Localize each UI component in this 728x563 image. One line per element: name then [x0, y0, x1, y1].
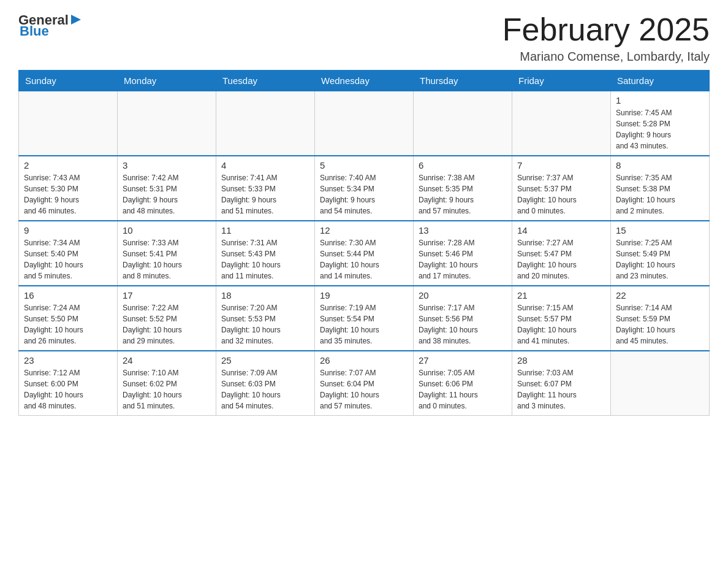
day-info: Sunrise: 7:25 AM Sunset: 5:49 PM Dayligh… — [616, 237, 704, 282]
calendar-day-cell — [315, 91, 414, 156]
calendar-day-cell: 9Sunrise: 7:34 AM Sunset: 5:40 PM Daylig… — [19, 221, 118, 286]
day-number: 26 — [320, 355, 408, 366]
day-number: 19 — [320, 290, 408, 301]
day-info: Sunrise: 7:41 AM Sunset: 5:33 PM Dayligh… — [221, 172, 309, 216]
calendar-day-cell: 14Sunrise: 7:27 AM Sunset: 5:47 PM Dayli… — [512, 221, 611, 286]
day-number: 15 — [616, 225, 704, 236]
day-info: Sunrise: 7:05 AM Sunset: 6:06 PM Dayligh… — [419, 367, 507, 412]
calendar-day-cell: 6Sunrise: 7:38 AM Sunset: 5:35 PM Daylig… — [414, 156, 512, 221]
calendar-week-row: 23Sunrise: 7:12 AM Sunset: 6:00 PM Dayli… — [19, 351, 710, 416]
day-info: Sunrise: 7:43 AM Sunset: 5:30 PM Dayligh… — [24, 172, 112, 216]
calendar-week-row: 9Sunrise: 7:34 AM Sunset: 5:40 PM Daylig… — [19, 221, 710, 286]
logo-blue-text: Blue — [20, 23, 49, 39]
calendar-header-thursday: Thursday — [414, 71, 512, 91]
day-number: 5 — [320, 160, 408, 170]
calendar-header-wednesday: Wednesday — [315, 71, 414, 91]
calendar-header-sunday: Sunday — [19, 71, 118, 91]
day-info: Sunrise: 7:45 AM Sunset: 5:28 PM Dayligh… — [616, 107, 704, 151]
calendar-header-row: SundayMondayTuesdayWednesdayThursdayFrid… — [19, 71, 710, 91]
calendar-day-cell: 17Sunrise: 7:22 AM Sunset: 5:52 PM Dayli… — [118, 286, 216, 351]
day-number: 16 — [24, 290, 112, 301]
day-number: 14 — [517, 225, 605, 236]
calendar-day-cell — [216, 91, 315, 156]
day-number: 6 — [419, 160, 507, 170]
day-number: 24 — [123, 355, 211, 366]
calendar-header-friday: Friday — [512, 71, 611, 91]
day-number: 23 — [24, 355, 112, 366]
day-number: 11 — [221, 225, 309, 236]
calendar-day-cell: 8Sunrise: 7:35 AM Sunset: 5:38 PM Daylig… — [611, 156, 710, 221]
calendar-day-cell — [414, 91, 512, 156]
calendar-day-cell: 28Sunrise: 7:03 AM Sunset: 6:07 PM Dayli… — [512, 351, 611, 416]
svg-marker-0 — [71, 15, 81, 25]
day-number: 12 — [320, 225, 408, 236]
month-title: February 2025 — [502, 12, 710, 47]
day-info: Sunrise: 7:22 AM Sunset: 5:52 PM Dayligh… — [123, 302, 211, 347]
calendar-day-cell: 4Sunrise: 7:41 AM Sunset: 5:33 PM Daylig… — [216, 156, 315, 221]
day-number: 1 — [616, 95, 704, 105]
day-number: 20 — [419, 290, 507, 301]
day-info: Sunrise: 7:14 AM Sunset: 5:59 PM Dayligh… — [616, 302, 704, 347]
day-number: 22 — [616, 290, 704, 301]
day-info: Sunrise: 7:17 AM Sunset: 5:56 PM Dayligh… — [419, 302, 507, 347]
day-info: Sunrise: 7:10 AM Sunset: 6:02 PM Dayligh… — [123, 367, 211, 412]
calendar-day-cell — [512, 91, 611, 156]
page-header: General Blue February 2025 Mariano Comen… — [18, 12, 710, 64]
calendar-day-cell: 5Sunrise: 7:40 AM Sunset: 5:34 PM Daylig… — [315, 156, 414, 221]
day-info: Sunrise: 7:35 AM Sunset: 5:38 PM Dayligh… — [616, 172, 704, 216]
day-info: Sunrise: 7:24 AM Sunset: 5:50 PM Dayligh… — [24, 302, 112, 347]
day-info: Sunrise: 7:31 AM Sunset: 5:43 PM Dayligh… — [221, 237, 309, 282]
calendar-day-cell: 22Sunrise: 7:14 AM Sunset: 5:59 PM Dayli… — [611, 286, 710, 351]
calendar-day-cell: 23Sunrise: 7:12 AM Sunset: 6:00 PM Dayli… — [19, 351, 118, 416]
day-number: 13 — [419, 225, 507, 236]
day-info: Sunrise: 7:07 AM Sunset: 6:04 PM Dayligh… — [320, 367, 408, 412]
calendar-week-row: 16Sunrise: 7:24 AM Sunset: 5:50 PM Dayli… — [19, 286, 710, 351]
day-number: 8 — [616, 160, 704, 170]
day-number: 21 — [517, 290, 605, 301]
calendar-day-cell: 20Sunrise: 7:17 AM Sunset: 5:56 PM Dayli… — [414, 286, 512, 351]
calendar-day-cell: 7Sunrise: 7:37 AM Sunset: 5:37 PM Daylig… — [512, 156, 611, 221]
day-info: Sunrise: 7:12 AM Sunset: 6:00 PM Dayligh… — [24, 367, 112, 412]
day-number: 27 — [419, 355, 507, 366]
calendar-day-cell: 2Sunrise: 7:43 AM Sunset: 5:30 PM Daylig… — [19, 156, 118, 221]
calendar-day-cell: 11Sunrise: 7:31 AM Sunset: 5:43 PM Dayli… — [216, 221, 315, 286]
day-number: 17 — [123, 290, 211, 301]
day-number: 7 — [517, 160, 605, 170]
calendar-day-cell: 24Sunrise: 7:10 AM Sunset: 6:02 PM Dayli… — [118, 351, 216, 416]
day-info: Sunrise: 7:09 AM Sunset: 6:03 PM Dayligh… — [221, 367, 309, 412]
calendar-table: SundayMondayTuesdayWednesdayThursdayFrid… — [18, 70, 710, 416]
calendar-day-cell: 21Sunrise: 7:15 AM Sunset: 5:57 PM Dayli… — [512, 286, 611, 351]
day-info: Sunrise: 7:27 AM Sunset: 5:47 PM Dayligh… — [517, 237, 605, 282]
calendar-day-cell: 12Sunrise: 7:30 AM Sunset: 5:44 PM Dayli… — [315, 221, 414, 286]
day-number: 4 — [221, 160, 309, 170]
day-number: 3 — [123, 160, 211, 170]
title-area: February 2025 Mariano Comense, Lombardy,… — [502, 12, 710, 64]
day-info: Sunrise: 7:42 AM Sunset: 5:31 PM Dayligh… — [123, 172, 211, 216]
calendar-day-cell: 25Sunrise: 7:09 AM Sunset: 6:03 PM Dayli… — [216, 351, 315, 416]
day-info: Sunrise: 7:03 AM Sunset: 6:07 PM Dayligh… — [517, 367, 605, 412]
calendar-day-cell — [19, 91, 118, 156]
location-title: Mariano Comense, Lombardy, Italy — [502, 50, 710, 64]
calendar-header-saturday: Saturday — [611, 71, 710, 91]
calendar-day-cell: 16Sunrise: 7:24 AM Sunset: 5:50 PM Dayli… — [19, 286, 118, 351]
calendar-day-cell: 26Sunrise: 7:07 AM Sunset: 6:04 PM Dayli… — [315, 351, 414, 416]
day-info: Sunrise: 7:15 AM Sunset: 5:57 PM Dayligh… — [517, 302, 605, 347]
calendar-day-cell: 15Sunrise: 7:25 AM Sunset: 5:49 PM Dayli… — [611, 221, 710, 286]
day-number: 28 — [517, 355, 605, 366]
calendar-day-cell — [611, 351, 710, 416]
day-number: 25 — [221, 355, 309, 366]
day-info: Sunrise: 7:34 AM Sunset: 5:40 PM Dayligh… — [24, 237, 112, 282]
day-info: Sunrise: 7:20 AM Sunset: 5:53 PM Dayligh… — [221, 302, 309, 347]
day-info: Sunrise: 7:38 AM Sunset: 5:35 PM Dayligh… — [419, 172, 507, 216]
calendar-day-cell — [118, 91, 216, 156]
day-number: 9 — [24, 225, 112, 236]
logo-arrow-icon — [70, 13, 82, 26]
calendar-day-cell: 13Sunrise: 7:28 AM Sunset: 5:46 PM Dayli… — [414, 221, 512, 286]
calendar-header-monday: Monday — [118, 71, 216, 91]
calendar-day-cell: 19Sunrise: 7:19 AM Sunset: 5:54 PM Dayli… — [315, 286, 414, 351]
calendar-day-cell: 10Sunrise: 7:33 AM Sunset: 5:41 PM Dayli… — [118, 221, 216, 286]
calendar-day-cell: 27Sunrise: 7:05 AM Sunset: 6:06 PM Dayli… — [414, 351, 512, 416]
calendar-header-tuesday: Tuesday — [216, 71, 315, 91]
logo: General Blue — [18, 12, 82, 39]
day-info: Sunrise: 7:40 AM Sunset: 5:34 PM Dayligh… — [320, 172, 408, 216]
